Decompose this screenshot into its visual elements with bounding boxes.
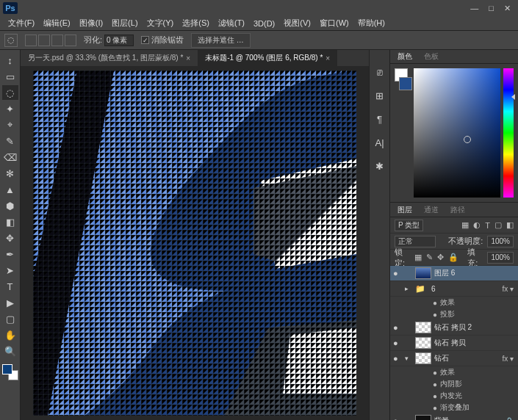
document-tab-1[interactable]: 另一天.psd @ 33.3% (颜色查找 1, 图层蒙板/8) * × <box>21 50 198 66</box>
visibility-icon[interactable]: ● <box>393 416 402 420</box>
layer-name[interactable]: 6 <box>431 285 436 293</box>
marquee-tool-icon[interactable]: ▭ <box>2 69 18 84</box>
layer-name[interactable]: 背景 <box>434 416 449 420</box>
visibility-icon[interactable]: ● <box>393 269 402 278</box>
fx-row[interactable]: ●内发光 <box>390 390 518 402</box>
hue-slider[interactable] <box>503 68 514 198</box>
fill-input[interactable]: 100% <box>487 252 514 264</box>
feather-input[interactable] <box>104 35 134 46</box>
canvas[interactable] <box>33 70 356 416</box>
magic-wand-tool-icon[interactable]: ✦ <box>2 101 18 116</box>
menu-view[interactable]: 视图(V) <box>280 16 314 30</box>
tab-paths[interactable]: 路径 <box>447 203 468 217</box>
layer-row[interactable]: ● 钻石 拷贝 <box>390 336 518 351</box>
selection-mode-icons[interactable] <box>25 35 76 46</box>
layer-row[interactable]: ● 图层 6 <box>390 266 518 281</box>
lasso-tool-icon[interactable]: ◌ <box>2 85 18 100</box>
expand-icon[interactable]: ▾ <box>405 355 412 362</box>
fx-row[interactable]: ●效果 <box>390 366 518 378</box>
crop-tool-icon[interactable]: ⌖ <box>2 117 18 132</box>
brush-tool-icon[interactable]: ✻ <box>2 166 18 181</box>
zoom-tool-icon[interactable]: 🔍 <box>2 344 18 358</box>
menu-file[interactable]: 文件(F) <box>4 16 38 30</box>
character-panel-icon[interactable]: A| <box>373 135 387 150</box>
filter-type-icon[interactable]: T <box>485 221 490 230</box>
menu-help[interactable]: 帮助(H) <box>354 16 389 30</box>
eyedropper-tool-icon[interactable]: ✎ <box>2 134 18 148</box>
layer-row[interactable]: ● 背景 🔒 <box>390 413 518 420</box>
menu-layer[interactable]: 图层(L) <box>108 16 141 30</box>
menu-edit[interactable]: 编辑(E) <box>40 16 74 30</box>
lock-position-icon[interactable]: ✥ <box>437 253 444 262</box>
color-picker-ring[interactable] <box>464 136 471 143</box>
menu-filter[interactable]: 滤镜(T) <box>215 16 248 30</box>
layer-name[interactable]: 图层 6 <box>434 268 455 278</box>
color-panel-swatches[interactable] <box>395 68 411 198</box>
layer-name[interactable]: 钻石 拷贝 <box>434 338 466 348</box>
layer-name[interactable]: 钻石 拷贝 2 <box>434 322 472 333</box>
visibility-icon[interactable]: ● <box>393 354 402 363</box>
filter-shape-icon[interactable]: ▢ <box>494 220 502 230</box>
antialias-checkbox[interactable]: ✓ <box>141 36 149 44</box>
filter-adjust-icon[interactable]: ◐ <box>473 220 481 230</box>
current-tool-icon[interactable]: ◌ <box>4 34 18 47</box>
tab-swatches[interactable]: 色板 <box>421 50 442 63</box>
move-tool-icon[interactable]: ↕ <box>2 53 18 68</box>
fx-indicator[interactable]: fx ▾ <box>502 355 518 363</box>
close-button[interactable]: ✕ <box>504 4 511 13</box>
menu-window[interactable]: 窗口(W) <box>316 16 353 30</box>
foreground-color-swatch[interactable] <box>2 364 12 374</box>
visibility-icon[interactable]: ● <box>393 338 402 347</box>
layer-row[interactable]: ▸ 📁 6 fx ▾ <box>390 281 518 297</box>
close-tab-icon[interactable]: × <box>325 54 330 62</box>
fx-row[interactable]: ●渐变叠加 <box>390 402 518 413</box>
hand-tool-icon[interactable]: ✋ <box>2 327 18 342</box>
menu-select[interactable]: 选择(S) <box>179 16 213 30</box>
shape-tool-icon[interactable]: ▢ <box>2 311 18 326</box>
history-panel-icon[interactable]: ⎚ <box>373 65 387 79</box>
tab-color[interactable]: 颜色 <box>395 50 415 63</box>
filter-pixel-icon[interactable]: ▦ <box>461 220 469 230</box>
pen-tool-icon[interactable]: ➤ <box>2 263 18 278</box>
layer-thumb[interactable] <box>415 267 431 279</box>
tab-channels[interactable]: 通道 <box>421 203 442 217</box>
stamp-tool-icon[interactable]: ▲ <box>2 182 18 197</box>
saturation-value-field[interactable] <box>414 68 500 198</box>
lock-trans-icon[interactable]: ▦ <box>414 253 422 262</box>
eraser-tool-icon[interactable]: ◧ <box>2 214 18 229</box>
expand-icon[interactable]: ▸ <box>405 285 412 292</box>
layer-row[interactable]: ● 钻石 拷贝 2 <box>390 320 518 336</box>
close-tab-icon[interactable]: × <box>186 54 190 62</box>
layer-row[interactable]: ● ▾ 钻石 fx ▾ <box>390 351 518 366</box>
menu-3d[interactable]: 3D(D) <box>250 18 278 29</box>
history-brush-tool-icon[interactable]: ⬢ <box>2 198 18 213</box>
lock-pixels-icon[interactable]: ✎ <box>426 253 433 262</box>
lock-all-icon[interactable]: 🔒 <box>448 253 458 262</box>
properties-panel-icon[interactable]: ⊞ <box>373 88 387 103</box>
blend-mode-select[interactable]: 正常 <box>395 236 436 247</box>
type-tool-icon[interactable]: T <box>2 279 18 294</box>
layer-kind-filter[interactable]: P 类型 <box>395 220 423 231</box>
canvas-area[interactable] <box>21 66 369 420</box>
fx-row[interactable]: ●效果 <box>390 297 518 308</box>
menu-image[interactable]: 图像(I) <box>76 16 107 30</box>
actions-panel-icon[interactable]: ✱ <box>373 159 387 173</box>
document-tab-2[interactable]: 未标题-1 @ 700% (图层 6, RGB/8) * × <box>198 50 337 66</box>
select-and-mask-button[interactable]: 选择并遮住 … <box>191 33 251 48</box>
hue-marker-icon[interactable] <box>511 94 515 100</box>
layer-name[interactable]: 钻石 <box>434 353 449 363</box>
layer-thumb[interactable] <box>415 322 431 333</box>
fx-row[interactable]: ●投影 <box>390 308 518 320</box>
layer-thumb[interactable] <box>415 415 431 420</box>
opacity-input[interactable]: 100% <box>487 236 514 247</box>
paragraph-panel-icon[interactable]: ¶ <box>373 112 387 126</box>
layer-list[interactable]: ● 图层 6 ▸ 📁 6 fx ▾ ●效果 ●投影 ● <box>390 266 518 420</box>
tab-layers[interactable]: 图层 <box>395 203 415 217</box>
menu-type[interactable]: 文字(Y) <box>143 16 178 30</box>
layer-thumb[interactable] <box>415 352 431 364</box>
layer-thumb[interactable] <box>415 337 431 349</box>
gradient-tool-icon[interactable]: ✥ <box>2 231 18 245</box>
visibility-icon[interactable]: ● <box>393 323 402 332</box>
path-select-tool-icon[interactable]: ▶ <box>2 295 18 310</box>
filter-smart-icon[interactable]: ◧ <box>506 220 514 230</box>
